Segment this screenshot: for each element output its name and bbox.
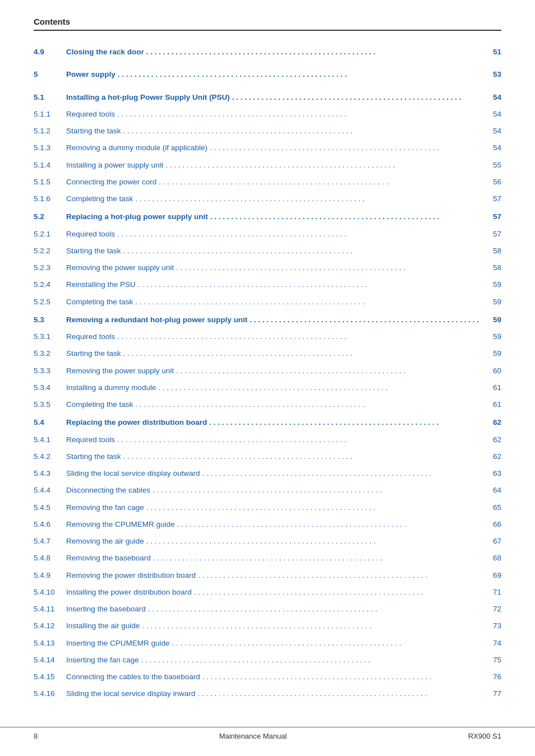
toc-entry[interactable]: 5.4.8Removing the baseboard . . . . . . …	[34, 553, 501, 564]
toc-entry[interactable]: 5.2.3Removing the power supply unit . . …	[34, 262, 501, 273]
toc-entry[interactable]: 5.2.2Starting the task . . . . . . . . .…	[34, 245, 501, 257]
toc-entry[interactable]: 5.2.5Completing the task . . . . . . . .…	[34, 296, 501, 308]
toc-entry[interactable]: 5.4.10Installing the power distribution …	[34, 587, 501, 598]
toc-dots: . . . . . . . . . . . . . . . . . . . . …	[174, 262, 485, 273]
toc-entry[interactable]: 5.4.13Inserting the CPUMEMR guide . . . …	[34, 638, 501, 649]
toc-page: 59	[485, 331, 501, 342]
toc-dots: . . . . . . . . . . . . . . . . . . . . …	[121, 126, 485, 137]
toc-entry[interactable]: 5.1.3Removing a dummy module (if applica…	[34, 142, 501, 154]
toc-title-text: Reinstalling the PSU	[66, 279, 136, 290]
toc-title: Installing a dummy module . . . . . . . …	[66, 382, 485, 393]
toc-entry[interactable]: 5.4.12Installing the air guide . . . . .…	[34, 620, 501, 632]
toc-page: 62	[485, 434, 501, 446]
toc-entry[interactable]: 5.1.1Required tools . . . . . . . . . . …	[34, 109, 501, 120]
toc-dots: . . . . . . . . . . . . . . . . . . . . …	[247, 314, 485, 326]
toc-section: 5.3.3Removing the power supply unit . . …	[34, 365, 501, 377]
toc-title-text: Required tools	[66, 331, 115, 342]
toc-entry[interactable]: 5.4.9Removing the power distribution boa…	[34, 570, 501, 581]
toc-entry[interactable]: 5.4.1Required tools . . . . . . . . . . …	[34, 434, 501, 446]
footer-right-text: RX900 S1	[468, 732, 501, 740]
toc-entry[interactable]: 5.1.2Starting the task . . . . . . . . .…	[34, 126, 501, 137]
toc-dots: . . . . . . . . . . . . . . . . . . . . …	[115, 331, 485, 342]
toc-title-text: Inserting the CPUMEMR guide	[66, 638, 170, 649]
toc-dots: . . . . . . . . . . . . . . . . . . . . …	[115, 229, 485, 240]
toc-page: 59	[485, 314, 501, 326]
toc-dots: . . . . . . . . . . . . . . . . . . . . …	[208, 211, 485, 222]
toc-number: 5.3.4	[34, 382, 66, 393]
toc-number: 5.4.6	[34, 519, 66, 530]
toc-entry[interactable]: 5.4.11Inserting the baseboard . . . . . …	[34, 604, 501, 615]
toc-title: Sliding the local service display inward…	[66, 688, 485, 699]
toc-entry[interactable]: 5.4Replacing the power distribution boar…	[34, 417, 501, 428]
toc-title-text: Replacing a hot-plug power supply unit	[66, 211, 208, 222]
toc-entry[interactable]: 5.4.5Removing the fan cage . . . . . . .…	[34, 502, 501, 513]
toc-entry[interactable]: 5.1.4Installing a power supply unit . . …	[34, 160, 501, 171]
toc-entry[interactable]: 5.4.3Sliding the local service display o…	[34, 468, 501, 479]
toc-entry[interactable]: 5.3.1Required tools . . . . . . . . . . …	[34, 331, 501, 342]
toc-page: 59	[485, 296, 501, 308]
toc-entry[interactable]: 5.3Removing a redundant hot-plug power s…	[34, 314, 501, 326]
toc-number: 5.4.5	[34, 502, 66, 513]
toc-title: Reinstalling the PSU . . . . . . . . . .…	[66, 279, 485, 290]
toc-title-text: Completing the task	[66, 296, 133, 308]
toc-title: Removing a dummy module (if applicable) …	[66, 142, 485, 154]
toc-number: 5.2.4	[34, 279, 66, 290]
toc-title: Power supply . . . . . . . . . . . . . .…	[66, 69, 485, 80]
toc-number: 5.4.7	[34, 536, 66, 547]
toc-entry[interactable]: 5.4.2Starting the task . . . . . . . . .…	[34, 451, 501, 462]
toc-title: Removing the CPUMEMR guide . . . . . . .…	[66, 519, 485, 530]
footer-page-number: 8	[34, 732, 38, 740]
toc-entry[interactable]: 5.4.7Removing the air guide . . . . . . …	[34, 536, 501, 547]
toc-entry[interactable]: 5.1.5Connecting the power cord . . . . .…	[34, 177, 501, 188]
toc-title-text: Sliding the local service display outwar…	[66, 468, 200, 479]
header-bar: Contents	[34, 17, 501, 31]
toc-title: Connecting the power cord . . . . . . . …	[66, 177, 485, 188]
toc-entry[interactable]: 5.3.3Removing the power supply unit . . …	[34, 365, 501, 377]
toc-title-text: Removing the baseboard	[66, 553, 151, 564]
toc-page: 66	[485, 519, 501, 530]
toc-entry[interactable]: 5Power supply . . . . . . . . . . . . . …	[34, 69, 501, 80]
toc-section: 5.1.3Removing a dummy module (if applica…	[34, 142, 501, 154]
toc-container: 4.9Closing the rack door . . . . . . . .…	[34, 47, 501, 700]
toc-number: 5.1.6	[34, 193, 66, 205]
toc-page: 61	[485, 382, 501, 393]
toc-title: Starting the task . . . . . . . . . . . …	[66, 348, 485, 359]
toc-entry[interactable]: 5.3.4Installing a dummy module . . . . .…	[34, 382, 501, 393]
toc-dots: . . . . . . . . . . . . . . . . . . . . …	[133, 399, 485, 410]
toc-entry[interactable]: 5.2Replacing a hot-plug power supply uni…	[34, 211, 501, 222]
toc-section: 5.4.8Removing the baseboard . . . . . . …	[34, 553, 501, 564]
toc-entry[interactable]: 5.4.6Removing the CPUMEMR guide . . . . …	[34, 519, 501, 530]
toc-entry[interactable]: 5.3.2Starting the task . . . . . . . . .…	[34, 348, 501, 359]
toc-title-text: Installing the power distribution board	[66, 587, 192, 598]
toc-dots: . . . . . . . . . . . . . . . . . . . . …	[150, 485, 485, 496]
toc-page: 67	[485, 536, 501, 547]
toc-entry[interactable]: 4.9Closing the rack door . . . . . . . .…	[34, 47, 501, 58]
toc-section: 5.3Removing a redundant hot-plug power s…	[34, 314, 501, 326]
toc-entry[interactable]: 5.4.16Sliding the local service display …	[34, 688, 501, 699]
toc-section: 5.4Replacing the power distribution boar…	[34, 417, 501, 428]
toc-entry[interactable]: 5.4.4Disconnecting the cables . . . . . …	[34, 485, 501, 496]
toc-title: Closing the rack door . . . . . . . . . …	[66, 47, 485, 58]
toc-section: 5.4.4Disconnecting the cables . . . . . …	[34, 485, 501, 496]
toc-title-text: Required tools	[66, 109, 115, 120]
toc-title: Starting the task . . . . . . . . . . . …	[66, 126, 485, 137]
toc-number: 5	[34, 69, 66, 80]
toc-entry[interactable]: 5.2.1Required tools . . . . . . . . . . …	[34, 229, 501, 240]
toc-number: 5.4.14	[34, 655, 66, 666]
toc-section: 5.2.3Removing the power supply unit . . …	[34, 262, 501, 273]
toc-entry[interactable]: 5.2.4Reinstalling the PSU . . . . . . . …	[34, 279, 501, 290]
toc-entry[interactable]: 5.1.6Completing the task . . . . . . . .…	[34, 193, 501, 205]
toc-title-text: Power supply	[66, 69, 116, 80]
toc-title: Installing the power distribution board …	[66, 587, 485, 598]
toc-entry[interactable]: 5.3.5Completing the task . . . . . . . .…	[34, 399, 501, 410]
toc-number: 5.2.1	[34, 229, 66, 240]
toc-number: 5.2.2	[34, 245, 66, 257]
toc-entry[interactable]: 5.1Installing a hot-plug Power Supply Un…	[34, 92, 501, 103]
toc-section: 5.1Installing a hot-plug Power Supply Un…	[34, 92, 501, 103]
toc-title: Inserting the baseboard . . . . . . . . …	[66, 604, 485, 615]
toc-number: 5.4.9	[34, 570, 66, 581]
toc-entry[interactable]: 5.4.14Inserting the fan cage . . . . . .…	[34, 655, 501, 666]
toc-dots: . . . . . . . . . . . . . . . . . . . . …	[144, 502, 485, 513]
toc-section: 4.9Closing the rack door . . . . . . . .…	[34, 47, 501, 58]
toc-entry[interactable]: 5.4.15Connecting the cables to the baseb…	[34, 671, 501, 683]
